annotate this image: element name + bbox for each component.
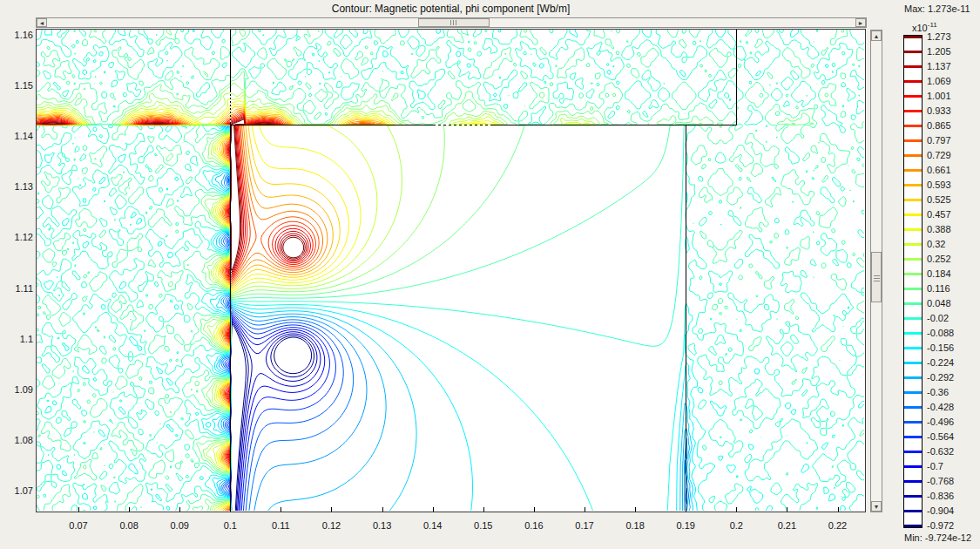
legend-level-line (904, 273, 922, 275)
x-tick-label: 0.12 (313, 520, 351, 531)
y-tick-label: 1.07 (3, 485, 33, 496)
legend-level-line (904, 228, 922, 231)
legend-level-label: -0.564 (927, 431, 979, 443)
x-tick-label: 0.13 (363, 520, 402, 531)
legend-level-line (904, 154, 922, 157)
legend-level-line (904, 525, 922, 527)
x-tick-label: 0.18 (616, 520, 654, 531)
legend-color-column (903, 35, 923, 528)
legend-level-label: -0.768 (927, 476, 979, 487)
legend-level-label: 1.137 (927, 61, 979, 72)
legend-level-line (904, 80, 922, 83)
legend-level-line (904, 110, 922, 112)
x-tick-label: 0.1 (211, 520, 249, 531)
legend-level-line (904, 480, 922, 483)
legend-level-line (904, 302, 922, 305)
y-tick-label: 1.15 (3, 80, 33, 91)
legend-level-label: 0.933 (927, 105, 979, 117)
legend-level-label: -0.904 (927, 505, 979, 517)
legend-level-label: 0.661 (927, 165, 979, 176)
x-tick-label: 0.19 (666, 520, 705, 531)
legend-level-label: 0.32 (927, 239, 979, 250)
legend-level-label: 1.001 (927, 91, 979, 102)
x-tick-label: 0.07 (59, 520, 98, 531)
legend-level-label: 0.457 (927, 209, 979, 220)
legend-level-line (904, 465, 922, 468)
x-tick-label: 0.22 (819, 520, 857, 531)
thumb-grip-icon (874, 274, 880, 281)
legend-level-label: -0.632 (927, 446, 979, 458)
legend-level-label: 0.797 (927, 135, 979, 146)
legend-level-line (904, 288, 922, 290)
legend-level-line (904, 362, 922, 364)
thumb-grip-icon (450, 20, 458, 25)
contour-plot-canvas[interactable] (37, 30, 865, 512)
y-tick-label: 1.11 (3, 283, 33, 294)
legend-level-label: -0.428 (927, 402, 979, 413)
scroll-left-button[interactable]: ◄ (37, 18, 47, 27)
legend-level-label: -0.224 (927, 357, 979, 369)
y-tick-label: 1.14 (3, 131, 33, 141)
legend-level-line (904, 139, 922, 142)
legend-level-line (904, 376, 922, 379)
y-tick-label: 1.13 (3, 181, 33, 192)
scroll-up-button[interactable]: ▲ (871, 30, 882, 41)
x-tick-label: 0.09 (160, 520, 199, 531)
horizontal-scroll-thumb[interactable] (418, 18, 490, 27)
legend-min-label: Min: -9.724e-12 (904, 532, 971, 543)
legend-level-line (904, 65, 922, 68)
plot-area[interactable] (36, 29, 866, 512)
x-tick-label: 0.17 (565, 520, 604, 531)
legend-level-line (904, 258, 922, 261)
legend-level-line (904, 36, 922, 38)
y-tick-label: 1.09 (3, 384, 33, 395)
y-tick-label: 1.16 (3, 30, 33, 40)
legend-level-label: 0.388 (927, 224, 979, 235)
legend-level-line (904, 495, 922, 498)
right-arrow-icon: ► (858, 20, 864, 26)
legend-level-label: 0.252 (927, 254, 979, 265)
legend-level-label: -0.972 (927, 520, 979, 532)
x-tick-label: 0.2 (717, 520, 755, 531)
y-tick-label: 1.08 (3, 435, 33, 445)
legend-level-line (904, 317, 922, 320)
legend-level-line (904, 199, 922, 201)
legend-level-line (904, 451, 922, 453)
legend-level-line (904, 510, 922, 512)
legend-level-label: -0.088 (927, 328, 979, 339)
legend-level-line (904, 332, 922, 335)
y-tick-label: 1.1 (3, 334, 33, 344)
legend-level-line (904, 125, 922, 127)
y-tick-label: 1.12 (3, 232, 33, 242)
legend-level-label: 0.184 (927, 268, 979, 280)
x-tick-label: 0.21 (767, 520, 806, 531)
x-tick-label: 0.11 (261, 520, 300, 531)
x-tick-label: 0.08 (110, 520, 148, 531)
horizontal-scrollbar[interactable]: ◄ ► (36, 17, 867, 28)
left-arrow-icon: ◄ (39, 20, 45, 26)
scroll-down-button[interactable]: ▼ (871, 501, 882, 512)
legend-level-line (904, 184, 922, 186)
vertical-scrollbar[interactable]: ▲ ▼ (870, 30, 882, 512)
legend-level-label: -0.836 (927, 491, 979, 502)
legend-level-line (904, 243, 922, 246)
legend-level-label: 0.048 (927, 298, 979, 309)
x-tick-label: 0.14 (414, 520, 452, 531)
legend-level-label: -0.292 (927, 372, 979, 383)
legend-level-line (904, 421, 922, 424)
legend-max-label: Max: 1.273e-11 (904, 3, 970, 14)
legend-level-line (904, 169, 922, 172)
legend-level-label: 0.593 (927, 180, 979, 191)
scroll-right-button[interactable]: ► (855, 18, 866, 27)
legend-level-label: 0.729 (927, 150, 979, 161)
legend-level-label: -0.496 (927, 417, 979, 428)
legend-level-label: 1.069 (927, 76, 979, 87)
down-arrow-icon: ▼ (874, 504, 880, 510)
plot-title: Contour: Magnetic potential, phi compone… (36, 3, 866, 15)
legend-level-label: 1.205 (927, 46, 979, 58)
vertical-scroll-thumb[interactable] (871, 252, 882, 302)
legend-level-label: 0.865 (927, 120, 979, 132)
x-tick-label: 0.16 (515, 520, 553, 531)
legend-level-label: 0.116 (927, 283, 979, 295)
legend-level-line (904, 406, 922, 409)
